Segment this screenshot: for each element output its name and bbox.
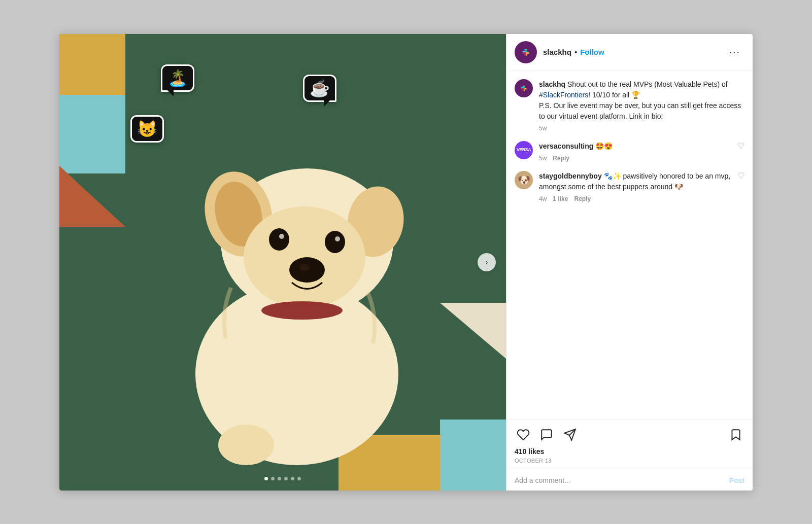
comment-1-heart-button[interactable]: ♡ — [737, 141, 745, 151]
geo-teal-bottom — [440, 420, 506, 491]
comment-2-avatar: 🐶 — [515, 171, 533, 189]
svg-point-12 — [261, 301, 343, 320]
comment-button[interactable] — [538, 426, 555, 443]
comment-2-body: staygoldbennyboy 🐾✨ pawsitively honored … — [539, 171, 737, 202]
caption-meta: 5w — [539, 125, 745, 132]
comment-2: 🐶 staygoldbennyboy 🐾✨ pawsitively honore… — [515, 171, 745, 202]
svg-point-11 — [299, 264, 310, 271]
svg-point-5 — [244, 206, 365, 308]
comment-1-reply-button[interactable]: Reply — [553, 155, 569, 162]
comment-1-username: versaconsulting — [539, 142, 593, 150]
caption-time: 5w — [539, 125, 547, 132]
share-icon — [563, 428, 577, 441]
carousel-next-button[interactable]: › — [478, 253, 496, 271]
comment-2-meta: 4w 1 like Reply — [539, 195, 737, 202]
heart-icon — [517, 428, 530, 441]
bookmark-icon — [729, 428, 742, 441]
dot-6 — [297, 477, 301, 480]
follow-button[interactable]: Follow — [580, 48, 604, 56]
comment-1: VERSA versaconsulting 🤩😍 5w Reply ♡ — [515, 141, 745, 162]
svg-rect-14 — [519, 46, 532, 59]
post-caption: slackhq Shout out to the real MVPs (Most… — [515, 79, 745, 132]
caption-avatar — [515, 79, 533, 97]
save-button[interactable] — [727, 426, 745, 443]
action-icons — [515, 426, 745, 443]
post-info-panel: slackhq • Follow ··· — [506, 34, 753, 491]
comment-2-username: staygoldbennyboy — [539, 172, 602, 180]
geo-teal — [59, 95, 125, 173]
caption-line2: P.S. Our live event may be over, but you… — [539, 101, 741, 120]
post-comment-button[interactable]: Post — [729, 476, 745, 484]
comment-1-text: versaconsulting 🤩😍 — [539, 141, 737, 152]
dog-image — [155, 110, 439, 465]
geo-orange-triangle — [59, 166, 125, 227]
coffee-sticker: ☕ — [303, 75, 336, 102]
dot-3 — [278, 477, 281, 480]
caption-body: slackhq Shout out to the real MVPs (Most… — [539, 79, 745, 132]
comment-1-content: 🤩😍 — [593, 142, 613, 150]
caption-slack-icon — [518, 83, 529, 94]
avatar — [515, 41, 537, 63]
island-sticker: 🏝️ — [161, 64, 194, 92]
dot-1 — [264, 477, 268, 480]
dot-4 — [284, 477, 288, 480]
caption-username: slackhq — [539, 80, 565, 88]
svg-point-9 — [335, 236, 340, 241]
carousel-dots — [264, 477, 301, 480]
svg-point-13 — [218, 425, 274, 465]
slack-logo-icon — [519, 46, 532, 59]
dot-2 — [271, 477, 275, 480]
post-image-panel: 🏝️ ☕ 😺 — [59, 34, 506, 491]
svg-point-6 — [269, 228, 289, 251]
caption-text-1: Shout out to the real MVPs (Most Valuabl… — [565, 80, 728, 88]
caption-hashtag: #SlackFrontiers — [539, 91, 588, 99]
comment-2-heart-button[interactable]: ♡ — [737, 171, 745, 181]
svg-point-8 — [279, 234, 284, 239]
comment-icon — [540, 428, 553, 441]
comment-1-body: versaconsulting 🤩😍 5w Reply — [539, 141, 737, 162]
comment-2-reply-button[interactable]: Reply — [574, 195, 591, 202]
comment-input[interactable] — [515, 476, 729, 484]
instagram-post: 🏝️ ☕ 😺 — [59, 34, 753, 491]
caption-text: slackhq Shout out to the real MVPs (Most… — [539, 79, 745, 122]
comment-2-time: 4w — [539, 195, 547, 202]
action-bar: 410 likes OCTOBER 13 — [506, 420, 753, 470]
geo-beige-triangle — [440, 303, 506, 359]
comment-2-likes: 1 like — [553, 195, 568, 202]
svg-point-7 — [325, 231, 345, 253]
header-username-area: slackhq • Follow — [543, 48, 725, 56]
likes-count: 410 likes — [515, 447, 745, 456]
dot-separator: • — [574, 48, 577, 56]
post-date: OCTOBER 13 — [515, 458, 745, 464]
comment-1-time: 5w — [539, 155, 547, 162]
header-username: slackhq — [543, 48, 571, 56]
caption-text-2: ! 10/10 for all 🏆 — [588, 91, 640, 99]
versa-avatar-text: VERSA — [517, 148, 531, 153]
more-options-button[interactable]: ··· — [725, 44, 745, 60]
share-button[interactable] — [561, 426, 579, 443]
comment-1-avatar: VERSA — [515, 141, 533, 159]
dot-5 — [291, 477, 294, 480]
comments-area: slackhq Shout out to the real MVPs (Most… — [506, 71, 753, 420]
post-header: slackhq • Follow ··· — [506, 34, 753, 71]
add-comment-area: Post — [506, 470, 753, 491]
like-button[interactable] — [515, 426, 532, 443]
comment-1-meta: 5w Reply — [539, 155, 737, 162]
geo-yellow — [59, 34, 125, 95]
comment-2-text: staygoldbennyboy 🐾✨ pawsitively honored … — [539, 171, 737, 192]
